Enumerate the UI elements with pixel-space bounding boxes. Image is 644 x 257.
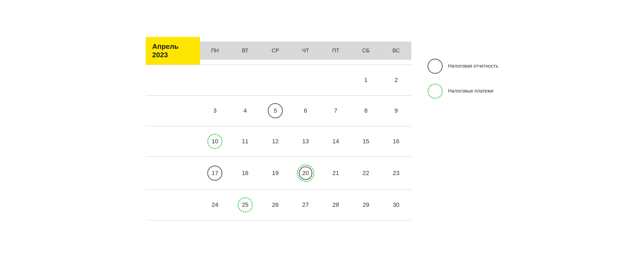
- week-row-0: 12: [146, 65, 411, 95]
- day-cell-18: 18: [230, 157, 260, 189]
- day-number-1: 1: [358, 72, 374, 88]
- day-number-3: 3: [207, 103, 222, 118]
- day-cell-5: 5: [260, 96, 290, 126]
- day-number-empty: [207, 72, 222, 88]
- day-cell-28: 28: [321, 190, 351, 220]
- day-number-30: 30: [389, 197, 404, 212]
- day-number-12: 12: [268, 134, 283, 149]
- legend-item-solid: Налоговая отчетность: [428, 59, 499, 74]
- day-cell-10: 10: [200, 126, 230, 157]
- calendar-body: 1234567891011121314151617181920212223242…: [146, 65, 411, 220]
- row-spacer-2: [146, 126, 200, 157]
- row-spacer-0: [146, 65, 200, 95]
- day-cell-1: 1: [351, 65, 381, 95]
- day-number-27: 27: [298, 197, 313, 212]
- week-row-3: 17181920212223: [146, 157, 411, 189]
- day-number-11: 11: [238, 134, 253, 149]
- day-number-19: 19: [268, 166, 283, 181]
- day-cell-empty: [200, 65, 230, 95]
- calendar: Апрель 2023 ПНВТСРЧТПТСБВС 1234567891011…: [146, 37, 411, 220]
- legend-item-dashed: Налоговые платежи: [428, 84, 499, 99]
- day-number-6: 6: [298, 103, 313, 118]
- day-number-15: 15: [358, 134, 374, 149]
- day-cell-22: 22: [351, 157, 381, 189]
- day-header-пн: ПН: [200, 42, 230, 60]
- day-number-14: 14: [328, 134, 343, 149]
- day-cell-3: 3: [200, 96, 230, 126]
- day-header-сб: СБ: [351, 42, 381, 60]
- week-row-2: 10111213141516: [146, 126, 411, 157]
- day-cell-empty: [290, 65, 321, 95]
- day-cell-16: 16: [381, 126, 411, 157]
- day-cell-11: 11: [230, 126, 260, 157]
- day-number-8: 8: [358, 103, 374, 118]
- day-number-21: 21: [328, 166, 343, 181]
- inner-solid-circle: 20: [299, 166, 312, 180]
- day-number-28: 28: [328, 197, 343, 212]
- day-cell-13: 13: [290, 126, 321, 157]
- legend-dashed-circle-icon: [428, 84, 443, 99]
- day-number-26: 26: [268, 197, 283, 212]
- calendar-wrapper: Апрель 2023 ПНВТСРЧТПТСБВС 1234567891011…: [146, 37, 499, 220]
- legend: Налоговая отчетность Налоговые платежи: [428, 37, 499, 99]
- day-number-16: 16: [389, 134, 404, 149]
- day-number-23: 23: [389, 166, 404, 181]
- day-cell-20: 20: [290, 157, 321, 189]
- day-number-18: 18: [238, 166, 253, 181]
- week-row-1: 3456789: [146, 95, 411, 126]
- row-spacer-3: [146, 157, 200, 189]
- outer-dashed-circle: 20: [297, 164, 314, 182]
- row-spacer-1: [146, 96, 200, 126]
- week-row-4: 24252627282930: [146, 189, 411, 220]
- row-spacer-4: [146, 190, 200, 220]
- day-cell-19: 19: [260, 157, 290, 189]
- day-cell-21: 21: [321, 157, 351, 189]
- day-number-29: 29: [358, 197, 374, 212]
- day-cell-empty: [321, 65, 351, 95]
- day-header-вс: ВС: [381, 42, 411, 60]
- day-number-24: 24: [207, 197, 222, 212]
- day-number-empty: [238, 72, 253, 88]
- day-cell-empty: [230, 65, 260, 95]
- day-cell-26: 26: [260, 190, 290, 220]
- day-cell-7: 7: [321, 96, 351, 126]
- day-number-13: 13: [298, 134, 313, 149]
- day-header-чт: ЧТ: [290, 42, 321, 60]
- day-cell-4: 4: [230, 96, 260, 126]
- day-cell-empty: [260, 65, 290, 95]
- day-header-ср: СР: [260, 42, 290, 60]
- day-number-empty: [328, 72, 343, 88]
- day-number-2: 2: [389, 72, 404, 88]
- day-cell-14: 14: [321, 126, 351, 157]
- legend-solid-label: Налоговая отчетность: [448, 63, 499, 69]
- day-number-9: 9: [389, 103, 404, 118]
- day-cell-24: 24: [200, 190, 230, 220]
- day-cell-25: 25: [230, 190, 260, 220]
- day-number-22: 22: [358, 166, 374, 181]
- day-number-25: 25: [238, 197, 253, 212]
- day-header-вт: ВТ: [230, 42, 260, 60]
- day-cell-29: 29: [351, 190, 381, 220]
- day-cell-17: 17: [200, 157, 230, 189]
- day-cell-8: 8: [351, 96, 381, 126]
- day-number-5: 5: [268, 103, 283, 118]
- day-cell-2: 2: [381, 65, 411, 95]
- day-cell-23: 23: [381, 157, 411, 189]
- month-title: Апрель 2023: [146, 37, 200, 65]
- day-header-пт: ПТ: [321, 42, 351, 60]
- day-cell-30: 30: [381, 190, 411, 220]
- day-cell-12: 12: [260, 126, 290, 157]
- day-number-7: 7: [328, 103, 343, 118]
- day-cell-15: 15: [351, 126, 381, 157]
- day-number-empty: [268, 72, 283, 88]
- legend-solid-circle-icon: [428, 59, 443, 74]
- day-number-17: 17: [207, 166, 222, 181]
- calendar-header: Апрель 2023 ПНВТСРЧТПТСБВС: [146, 37, 411, 65]
- day-cell-9: 9: [381, 96, 411, 126]
- day-number-10: 10: [207, 134, 222, 149]
- day-cell-27: 27: [290, 190, 321, 220]
- day-number-4: 4: [238, 103, 253, 118]
- day-cell-6: 6: [290, 96, 321, 126]
- day-number-empty: [298, 72, 313, 88]
- legend-dashed-label: Налоговые платежи: [448, 88, 493, 94]
